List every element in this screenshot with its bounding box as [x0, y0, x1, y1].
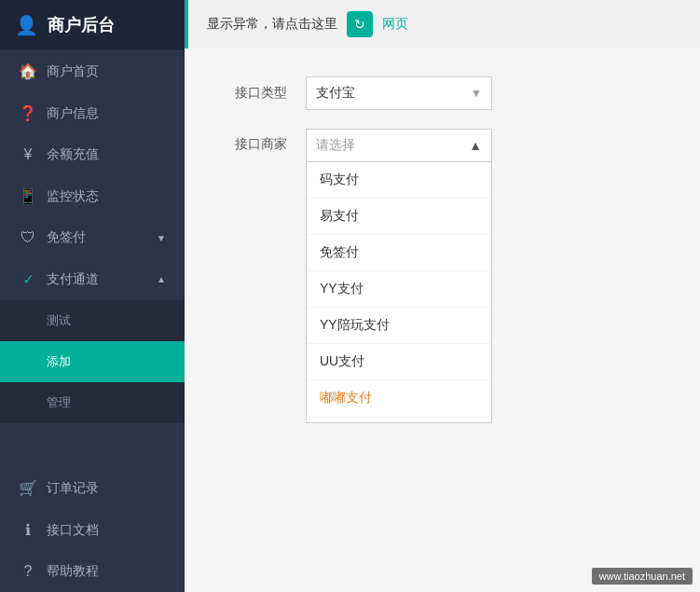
select-arrow-icon: ▼ — [471, 87, 482, 100]
sidebar-item-label: 监控状态 — [47, 188, 99, 205]
sidebar-header: 👤 商户后台 — [0, 0, 185, 50]
sidebar-item-label: 商户信息 — [47, 105, 99, 122]
dropdown-list: 码支付 易支付 免签付 YY支付 YY陪玩支付 UU支付 — [306, 162, 492, 423]
help-icon: ? — [19, 563, 37, 580]
chevron-down-icon: ▼ — [157, 233, 166, 243]
dropdown-item-yzf[interactable]: 易支付 — [307, 199, 491, 235]
dropdown-item-yyzf[interactable]: YY支付 — [307, 271, 491, 308]
sidebar-item-label: 免签付 — [47, 229, 86, 246]
interface-merchant-row: 接口商家 请选择 ▲ 码支付 易支付 免签付 — [222, 129, 663, 162]
form-area: 接口类型 支付宝 ▼ 接口商家 请选择 ▲ 码支付 易支付 — [185, 48, 700, 592]
interface-merchant-dropdown: 请选择 ▲ 码支付 易支付 免签付 YY支付 — [306, 129, 492, 162]
alert-text: 显示异常，请点击这里 — [207, 16, 337, 33]
sidebar-item-label: 余额充值 — [47, 146, 99, 163]
home-icon: 🏠 — [19, 62, 37, 80]
chevron-up-icon: ▲ — [157, 274, 166, 284]
yen-icon: ¥ — [19, 146, 37, 163]
dropdown-placeholder: 请选择 — [316, 137, 355, 154]
sidebar-item-manage[interactable]: 管理 — [0, 382, 185, 423]
sidebar-item-nopay[interactable]: 🛡 免签付 ▼ — [0, 217, 185, 258]
channel-submenu: 测试 添加 管理 — [0, 300, 185, 423]
interface-type-select[interactable]: 支付宝 ▼ — [306, 76, 492, 110]
monitor-icon: 📱 — [19, 187, 37, 205]
sidebar-submenu-label: 添加 — [47, 353, 71, 370]
sidebar-item-monitor[interactable]: 📱 监控状态 — [0, 175, 185, 217]
sidebar-item-home[interactable]: 🏠 商户首页 — [0, 50, 185, 92]
sidebar-item-recharge[interactable]: ¥ 余额充值 — [0, 134, 185, 175]
sidebar-item-info[interactable]: ❓ 商户信息 — [0, 92, 185, 134]
dropdown-item-nnzf[interactable]: 嘟嘟支付 — [307, 380, 491, 417]
sidebar-item-test[interactable]: 测试 — [0, 300, 185, 341]
sidebar-submenu-label: 测试 — [47, 312, 71, 329]
interface-type-label: 接口类型 — [222, 85, 287, 102]
sidebar: 👤 商户后台 🏠 商户首页 ❓ 商户信息 ¥ 余额充值 📱 监控状态 🛡 免签付… — [0, 0, 185, 592]
channel-icon: ✓ — [19, 270, 37, 288]
dropdown-item-mqs[interactable]: 免签付 — [307, 235, 491, 271]
sidebar-submenu-label: 管理 — [47, 394, 71, 411]
sidebar-item-label: 订单记录 — [47, 480, 99, 497]
sidebar-item-orders[interactable]: 🛒 订单记录 — [0, 467, 185, 509]
webpage-link[interactable]: 网页 — [382, 16, 408, 33]
sidebar-item-channel[interactable]: ✓ 支付通道 ▲ — [0, 258, 185, 300]
sidebar-item-label: 商户首页 — [47, 63, 99, 80]
info-icon: ❓ — [19, 104, 37, 122]
refresh-button[interactable]: ↻ — [347, 11, 373, 37]
dropdown-item-yypy[interactable]: YY陪玩支付 — [307, 308, 491, 344]
app-title: 商户后台 — [48, 14, 115, 36]
shield-icon: 🛡 — [19, 229, 37, 246]
chevron-up-icon: ▲ — [469, 138, 482, 153]
dropdown-item-store-wrapper: STORE支付 ➜ — [307, 417, 491, 423]
sidebar-item-label: 接口文档 — [47, 522, 99, 539]
main-content: 显示异常，请点击这里 ↻ 网页 接口类型 支付宝 ▼ 接口商家 请选择 ▲ — [185, 0, 700, 592]
interface-type-value: 支付宝 — [316, 85, 355, 102]
sidebar-item-help[interactable]: ? 帮助教程 — [0, 551, 185, 592]
user-icon: 👤 — [15, 14, 38, 36]
dropdown-item-store[interactable]: STORE支付 — [307, 417, 491, 423]
alert-bar: 显示异常，请点击这里 ↻ 网页 — [185, 0, 700, 48]
sidebar-item-add[interactable]: 添加 — [0, 341, 185, 382]
dropdown-item-uuzf[interactable]: UU支付 — [307, 344, 491, 380]
doc-icon: ℹ — [19, 521, 37, 539]
dropdown-trigger[interactable]: 请选择 ▲ — [306, 129, 492, 162]
sidebar-item-label: 帮助教程 — [47, 563, 99, 580]
sidebar-item-api[interactable]: ℹ 接口文档 — [0, 509, 185, 551]
watermark: www.tiaozhuan.net — [592, 568, 693, 585]
interface-type-row: 接口类型 支付宝 ▼ — [222, 76, 663, 110]
cart-icon: 🛒 — [19, 479, 37, 497]
dropdown-item-mzf[interactable]: 码支付 — [307, 162, 491, 199]
interface-merchant-label: 接口商家 — [222, 136, 287, 153]
sidebar-item-label: 支付通道 — [47, 271, 99, 288]
